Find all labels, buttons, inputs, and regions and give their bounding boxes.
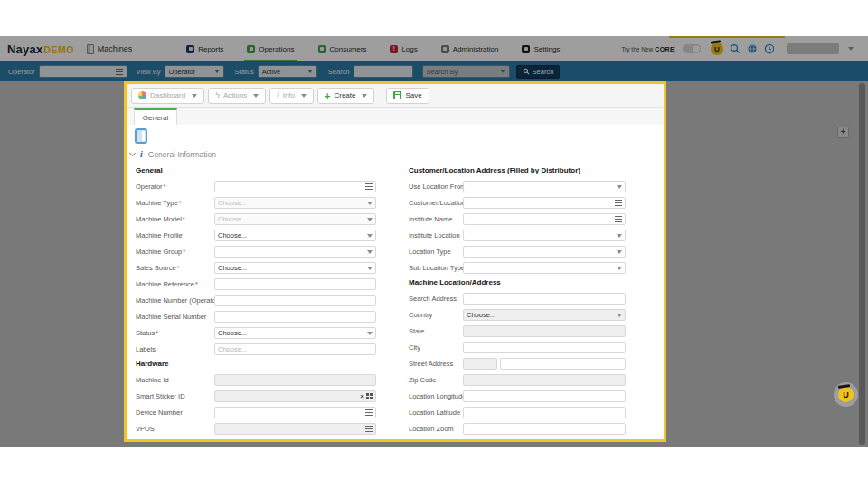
chevron-down-icon [617, 250, 622, 254]
select-machine-profile[interactable]: Choose... [214, 230, 376, 241]
create-plus-icon: + [325, 91, 330, 100]
field-location-longitude: Location Longitude [409, 390, 626, 402]
field-labels: LabelsChoose... [136, 343, 376, 355]
clear-icon[interactable]: × [360, 393, 364, 400]
select-location-type[interactable] [463, 246, 626, 258]
field-label: VPOS [136, 425, 214, 433]
field-machine-reference: Machine Reference* [136, 278, 376, 290]
input-machine-serial-number[interactable] [214, 311, 376, 323]
chevron-down-icon [367, 202, 373, 205]
input-machine-id [214, 374, 376, 386]
select-sales-source[interactable]: Choose... [214, 262, 376, 274]
field-label: Machine Model* [136, 215, 214, 223]
input-street-address[interactable] [500, 358, 626, 370]
select-country[interactable]: Choose... [463, 309, 626, 321]
chevron-down-icon [617, 314, 622, 317]
field-value: Choose... [467, 311, 614, 319]
input-zip-code [463, 374, 626, 386]
select-machine-group[interactable] [214, 246, 376, 258]
required-asterisk: * [156, 329, 158, 337]
create-machine-dialog: DashboardϟActionsiInfo+CreateSave Genera… [124, 81, 666, 442]
general-information-header[interactable]: i General Information [130, 149, 216, 159]
section-header-title: General Information [148, 150, 216, 159]
select-institute-location[interactable] [463, 230, 626, 241]
dashboard-button: Dashboard [131, 88, 204, 104]
field-operator: Operator* [136, 181, 376, 192]
field-label: Machine Type* [136, 199, 214, 207]
qr-grid-icon[interactable] [366, 393, 369, 396]
tab-general[interactable]: General [134, 108, 177, 125]
field-value: Choose... [218, 329, 364, 337]
input-institute-name[interactable] [463, 213, 626, 225]
field-location-zoom: Location Zoom [409, 423, 626, 435]
field-label: Machine Number (Operator) [136, 296, 214, 305]
chevron-down-icon [367, 234, 373, 238]
input-vpos [214, 423, 376, 435]
create-button[interactable]: +Create [317, 88, 374, 104]
field-country: CountryChoose... [409, 309, 626, 321]
button-label: Actions [223, 91, 247, 99]
dialog-toolbar: DashboardϟActionsiInfo+CreateSave [127, 84, 664, 108]
input-city[interactable] [463, 342, 626, 353]
input-location-latitude[interactable] [463, 407, 626, 418]
field-label: Machine Group* [136, 248, 214, 256]
form-section-hardware: HardwareMachine IdSmart Sticker ID×Devic… [136, 360, 376, 435]
input-customer-location[interactable] [463, 197, 626, 209]
select-status[interactable]: Choose... [214, 327, 376, 339]
form-column-left: GeneralOperator*Machine Type*Choose...Ma… [136, 166, 376, 439]
field-label: State [409, 327, 463, 335]
chevron-down-icon [253, 94, 259, 98]
section-title: Hardware [136, 360, 376, 369]
field-label: Search Address [409, 295, 463, 303]
required-asterisk: * [179, 199, 182, 207]
field-location-type: Location Type [409, 246, 626, 258]
save-button[interactable]: Save [386, 88, 429, 104]
button-label: Save [405, 91, 421, 99]
input-operator[interactable] [214, 181, 376, 192]
input-location-zoom[interactable] [463, 423, 626, 435]
dialog-tabbar: General [127, 108, 664, 125]
field-vpos: VPOS [136, 423, 376, 435]
dashboard-icon [138, 91, 146, 99]
section-title: Machine Location/Address [409, 278, 626, 287]
form-section-general: GeneralOperator*Machine Type*Choose...Ma… [136, 166, 376, 355]
field-street-address: Street Address [409, 358, 626, 370]
list-picker-icon[interactable] [365, 426, 373, 432]
input-location-longitude[interactable] [463, 390, 626, 402]
field-customer-location: Customer/Location [409, 197, 626, 209]
university-help-badge[interactable]: U [838, 387, 854, 402]
field-machine-profile: Machine ProfileChoose... [136, 230, 376, 241]
list-picker-icon[interactable] [365, 409, 373, 416]
field-label: Machine Profile [136, 231, 214, 239]
field-label: Institute Name [409, 215, 463, 223]
input-machine-number-operator[interactable] [214, 295, 376, 306]
select-use-location-from[interactable] [463, 181, 626, 192]
list-picker-icon[interactable] [615, 216, 622, 222]
collapse-chevron-icon[interactable] [129, 149, 136, 155]
input-search-address[interactable] [463, 293, 626, 305]
chevron-down-icon [301, 94, 307, 98]
field-use-location-from: Use Location From [409, 181, 626, 192]
required-asterisk: * [183, 215, 185, 223]
input-machine-reference[interactable] [214, 278, 376, 290]
chevron-down-icon [617, 185, 622, 189]
street-address-inputs [463, 358, 626, 370]
field-zip-code: Zip Code [409, 374, 626, 386]
field-machine-model: Machine Model*Choose... [136, 213, 376, 225]
field-label: Operator* [136, 183, 214, 191]
field-institute-location: Institute Location [409, 230, 626, 241]
field-value: Choose... [218, 231, 364, 239]
input-device-number[interactable] [214, 407, 376, 418]
list-picker-icon[interactable] [365, 183, 373, 190]
input-labels[interactable]: Choose... [214, 343, 376, 355]
field-machine-id: Machine Id [136, 374, 376, 386]
button-label: Info [283, 91, 295, 99]
field-smart-sticker-id: Smart Sticker ID× [136, 390, 376, 402]
field-machine-serial-number: Machine Serial Number [136, 311, 376, 323]
field-institute-name: Institute Name [409, 213, 626, 225]
select-sub-location-type[interactable] [463, 262, 626, 274]
chevron-down-icon [192, 94, 197, 98]
list-picker-icon[interactable] [615, 200, 622, 206]
input-smart-sticker-id: × [214, 390, 376, 402]
field-label: Zip Code [409, 376, 463, 384]
